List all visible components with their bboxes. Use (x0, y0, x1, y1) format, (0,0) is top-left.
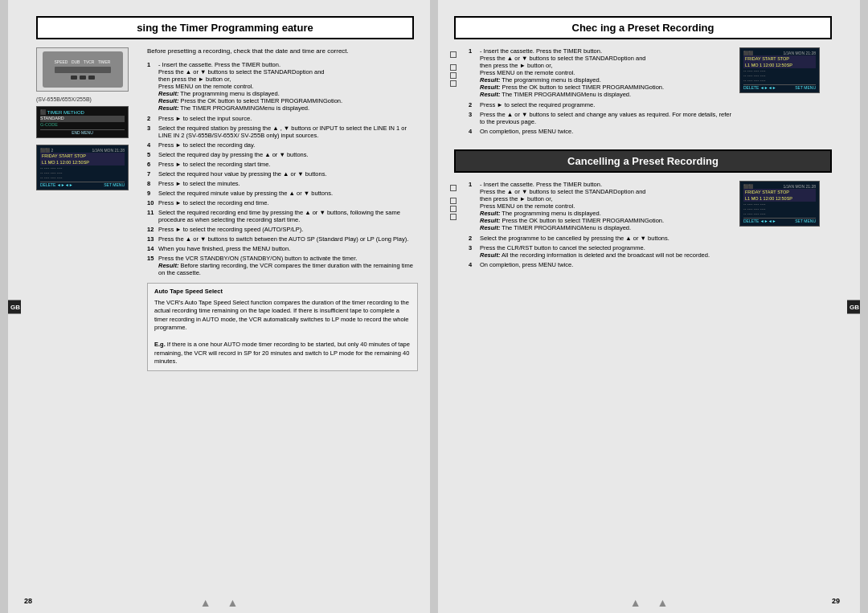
timer-row1: FRIDAY START STOP (40, 153, 125, 159)
checking-screen-col: ⬛⬛ 1/JAN MON 21:28 FRIDAY START STOP L1 … (739, 47, 832, 137)
vcr-btn-1 (71, 76, 77, 80)
checking-steps-list: 1 - Insert the cassette. Press the TIMER… (469, 47, 733, 135)
menu-row-gcode: G-CODE (40, 122, 125, 129)
cancel-step-4: 4 On completion, press MENU twice. (469, 261, 733, 268)
step-11: 11 Select the required recording end tim… (147, 209, 418, 223)
step-14: 14 When you have finished, press the MEN… (147, 245, 418, 252)
nav-triangles-right: ▲ ▲ (630, 596, 669, 609)
cancelling-steps: 1 - Insert the cassette. Press the TIMER… (469, 181, 733, 271)
checking-indicators (450, 47, 462, 137)
indicator-1 (450, 51, 457, 58)
vcr-image: SPEED DUB TVCR TIMER (36, 47, 129, 92)
step-2: 2 Press ► to select the input source. (147, 115, 418, 122)
menu-row-standard: STANDARD (40, 116, 125, 122)
step-10: 10 Press ► to select the recording end t… (147, 199, 418, 206)
note-body: The VCR's Auto Tape Speed Select functio… (154, 299, 411, 333)
timer-blank3: -- ---- ---- ---- (40, 175, 125, 180)
note-box: Auto Tape Speed Select The VCR's Auto Ta… (147, 283, 418, 371)
gb-badge-left: GB (8, 300, 21, 313)
cancel-indicator-1 (450, 185, 457, 191)
check-step-2: 2 Press ► to select the required program… (469, 101, 733, 108)
checking-section: Chec ing a Preset Recording 1 (450, 16, 848, 137)
cancel-indicator-2 (450, 198, 457, 204)
cancel-step-3: 3 Press the CLR/RST button to cancel the… (469, 244, 733, 259)
check-step-4: 4 On completion, press MENU twice. (469, 128, 733, 135)
section-gap (450, 137, 848, 149)
vcr-tape-slot (55, 67, 111, 73)
left-page-title: sing the Timer Programming eature (36, 16, 414, 39)
steps-list: 1 - Insert the cassette. Press the TIMER… (147, 61, 418, 276)
cancel-step-1: 1 - Insert the cassette. Press the TIMER… (469, 181, 733, 231)
intro-text: Before presetting a recording, check tha… (147, 47, 418, 55)
indicator-2 (450, 64, 457, 71)
checking-title: Chec ing a Preset Recording (454, 16, 832, 39)
cancelling-layout: 1 - Insert the cassette. Press the TIMER… (450, 181, 832, 271)
step-9: 9 Select the required minute value by pr… (147, 190, 418, 197)
step-13: 13 Press the ▲ or ▼ buttons to switch be… (147, 235, 418, 243)
step-6: 6 Press ► to select the recording start … (147, 161, 418, 168)
step-4: 4 Press ► to select the recording day. (147, 141, 418, 149)
indicator-3 (450, 72, 457, 79)
cancel-indicator-3 (450, 206, 457, 212)
left-page-number: 28 (24, 597, 32, 605)
cancel-indicator-4 (450, 214, 457, 220)
step-8: 8 Press ► to select the minutes. (147, 180, 418, 187)
vcr-label-row: SPEED DUB TVCR TIMER (55, 59, 111, 64)
nav-triangles-left: ▲ ▲ (200, 596, 239, 609)
checking-layout: 1 - Insert the cassette. Press the TIMER… (450, 47, 832, 137)
step-3: 3 Select the required station by pressin… (147, 125, 418, 139)
cancelling-indicators (450, 181, 462, 271)
vcr-btn-2 (80, 76, 86, 80)
indicator-4 (450, 80, 457, 87)
right-page: GB Chec ing a Preset Recording (438, 0, 860, 613)
left-devices-col: SPEED DUB TVCR TIMER (SV-655B/65 (36, 47, 141, 371)
menu-end: END MENU (40, 129, 125, 135)
spread: GB sing the Timer Programming eature SPE… (0, 0, 868, 613)
vcr-front: SPEED DUB TVCR TIMER (43, 51, 123, 88)
checking-steps: 1 - Insert the cassette. Press the TIMER… (469, 47, 733, 137)
vcr-button-row (71, 76, 95, 80)
left-page: GB sing the Timer Programming eature SPE… (8, 0, 430, 613)
vcr-btn-3 (88, 76, 95, 80)
cancelling-steps-list: 1 - Insert the cassette. Press the TIMER… (469, 181, 733, 268)
model-label: (SV-655B/655X/255B) (36, 96, 141, 102)
timer-row2: L1 MO 1 12:00 12:50SP (40, 159, 125, 166)
cancelling-screen: ⬛⬛ 1/JAN MON 21:28 FRIDAY START STOP L1 … (739, 181, 820, 227)
cancelling-section: Cancelling a Preset Recording 1 (450, 149, 848, 271)
left-instructions: Before presetting a recording, check tha… (147, 47, 418, 371)
right-page-number: 29 (832, 597, 840, 605)
step-7: 7 Select the required hour value by pres… (147, 170, 418, 178)
timer-footer: DELETE ◄►◄► SET MENU (40, 182, 125, 187)
check-step-1: 1 - Insert the cassette. Press the TIMER… (469, 47, 733, 98)
menu-screen-header: ⬛ TIMER METHOD (40, 109, 125, 115)
cancelling-title: Cancelling a Preset Recording (454, 149, 832, 173)
timer-screen: ⬛⬛ 2 1/JAN MON 21:28 FRIDAY START STOP L… (36, 145, 129, 190)
cancel-step-2: 2 Select the programme to be cancelled b… (469, 235, 733, 242)
step-15: 15 Press the VCR STANDBY/ON (STANDBY/ON)… (147, 255, 418, 276)
note-title: Auto Tape Speed Select (154, 288, 411, 296)
left-page-layout: SPEED DUB TVCR TIMER (SV-655B/65 (36, 47, 418, 371)
checking-screen: ⬛⬛ 1/JAN MON 21:28 FRIDAY START STOP L1 … (739, 47, 820, 93)
menu-screen: ⬛ TIMER METHOD STANDARD G-CODE END MENU (36, 106, 129, 138)
note-example: E.g. If there is a one hour AUTO mode ti… (154, 341, 411, 366)
step-12: 12 Press ► to select the recording speed… (147, 226, 418, 233)
step-1: 1 - Insert the cassette. Press the TIMER… (147, 61, 418, 112)
gb-badge-right: GB (847, 300, 860, 313)
step-5: 5 Select the required day by pressing th… (147, 151, 418, 158)
check-step-3: 3 Press the ▲ or ▼ buttons to select and… (469, 111, 733, 125)
cancelling-screen-col: ⬛⬛ 1/JAN MON 21:28 FRIDAY START STOP L1 … (739, 181, 832, 271)
